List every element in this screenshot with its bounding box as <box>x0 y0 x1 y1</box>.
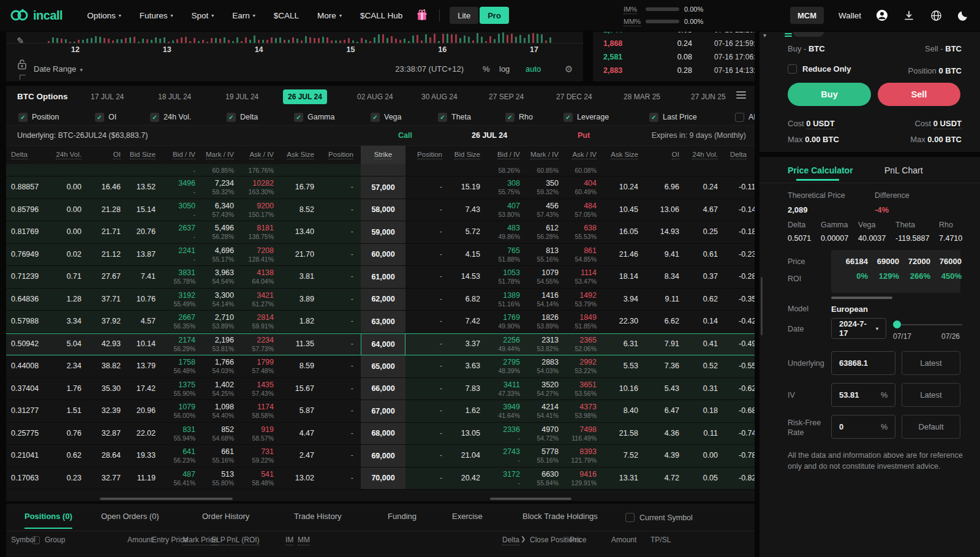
positions-col-amount[interactable]: Amount <box>127 536 153 544</box>
put-bid-iv[interactable]: 176949.90% <box>488 311 527 333</box>
put-bid-iv[interactable]: 30855.75% <box>488 176 527 199</box>
put-ask-iv[interactable]: 63855.53% <box>566 221 604 243</box>
checkbox[interactable]: ✓ <box>150 113 159 122</box>
date-range-selector[interactable]: Date Range▾ <box>34 64 83 74</box>
call-bid-iv[interactable]: 2637- <box>163 221 203 243</box>
positions-col-pnl-roi-[interactable]: PnL (ROI) <box>227 536 260 544</box>
expiry-tab-30-aug-24[interactable]: 30 AUG 24 <box>417 89 462 104</box>
put-bid-iv[interactable]: 3172- <box>488 468 527 490</box>
put-ask-iv[interactable]: 365153.56% <box>566 378 604 400</box>
group-checkbox[interactable] <box>32 536 40 544</box>
call-ask-iv[interactable]: 179957.48% <box>241 355 281 377</box>
checkbox[interactable]: ✓ <box>505 113 514 122</box>
call-bid-iv[interactable]: 175856.48% <box>163 355 203 377</box>
call-mark-iv[interactable]: 1,76654.03% <box>203 355 241 377</box>
call-bid-iv[interactable]: 266756.35% <box>163 311 203 333</box>
chart-settings-gear-icon[interactable]: ⚙ <box>565 64 573 75</box>
col-header-ask-iv[interactable]: Ask / IV <box>241 146 281 164</box>
filter-vega[interactable]: ✓Vega <box>371 110 402 124</box>
call-mark-iv[interactable]: 7,23459.32% <box>203 176 241 199</box>
put-bid-iv[interactable]: 40753.80% <box>488 199 527 221</box>
put-mark-iv[interactable]: 288354.03% <box>527 355 566 377</box>
trade-row[interactable]: 2,8830.2807-16 14:13:59 <box>593 66 755 78</box>
checkbox[interactable]: ✓ <box>227 113 236 122</box>
filter-oi[interactable]: ✓OI <box>95 110 116 124</box>
option-row-clipped[interactable]: -60.85%176.76%58.26%60.85%60.08% <box>6 164 755 176</box>
col-header-mark-iv[interactable]: Mark / IV <box>527 146 566 164</box>
download-app-icon[interactable] <box>903 9 915 21</box>
checkbox[interactable] <box>735 113 744 122</box>
dark-mode-moon-icon[interactable] <box>957 9 969 21</box>
col-header-bid-size[interactable]: Bid Size <box>128 146 163 164</box>
checkbox[interactable]: ✓ <box>294 113 303 122</box>
tab-pnl-chart[interactable]: PnL Chart <box>884 165 923 175</box>
put-mark-iv[interactable]: 577855.16% <box>527 445 566 467</box>
roi-table-scrollbar[interactable] <box>831 297 892 299</box>
col-header-24h-vol-[interactable]: 24h Vol. <box>42 146 89 164</box>
option-row-70,000[interactable]: 0.170630.2332.7711.1948756.41%51355.80%5… <box>6 468 755 490</box>
filter-delta[interactable]: ✓Delta <box>227 110 258 124</box>
put-bid-iv[interactable]: 138951.16% <box>488 289 527 311</box>
put-mark-iv[interactable]: 421454.41% <box>527 400 566 422</box>
col-header-delta[interactable]: Delta <box>6 146 42 164</box>
current-symbol-checkbox[interactable] <box>625 513 635 522</box>
put-bid-iv[interactable]: 58.26% <box>488 164 527 176</box>
call-mark-iv[interactable]: 4,69655.17% <box>203 244 241 266</box>
expiry-tab-17-jul-24[interactable]: 17 JUL 24 <box>86 89 129 104</box>
horizontal-scrollbar-call[interactable] <box>100 498 233 500</box>
bottom-tab-trade-history[interactable]: Trade History <box>294 512 342 528</box>
nav-item-more[interactable]: More▾ <box>317 11 342 20</box>
filter-last-price[interactable]: ✓Last Price <box>649 110 697 124</box>
mcm-button[interactable]: MCM <box>790 7 824 24</box>
call-mark-iv[interactable]: 5,49656.28% <box>203 221 241 243</box>
option-row-60,000[interactable]: 0.769490.0221.1213.872241-4,69655.17%720… <box>6 244 755 267</box>
put-ask-iv[interactable]: 437353.98% <box>566 400 604 422</box>
price-roi-column[interactable]: 72000266% <box>899 250 930 281</box>
bottom-tab-positions-0-[interactable]: Positions (0) <box>24 512 72 529</box>
call-bid-iv[interactable]: 48756.41% <box>163 468 203 490</box>
filter-leverage[interactable]: ✓Leverage <box>564 110 609 124</box>
col-header-oi[interactable]: OI <box>89 146 128 164</box>
put-ask-iv[interactable]: 236552.06% <box>566 334 604 355</box>
filter-gamma[interactable]: ✓Gamma <box>294 110 334 124</box>
col-header-delta[interactable]: Delta <box>725 146 755 164</box>
put-mark-iv[interactable]: 107954.55% <box>527 266 566 288</box>
chain-menu-icon[interactable] <box>736 91 746 99</box>
percent-scale-button[interactable]: % <box>483 64 490 74</box>
positions-col-amount[interactable]: Amount <box>611 536 636 544</box>
positions-col-mm[interactable]: MM <box>298 536 310 544</box>
call-bid-iv[interactable]: 319255.49% <box>163 289 203 311</box>
call-mark-iv[interactable]: 85254.68% <box>203 423 241 445</box>
current-symbol-filter[interactable]: Current Symbol <box>625 513 693 522</box>
call-ask-iv[interactable]: 281459.91% <box>241 311 281 333</box>
option-row-64,000[interactable]: 0.509425.0442.9310.14217456.29%2,19653.8… <box>6 333 755 356</box>
put-ask-iv[interactable]: 8393121.79% <box>566 445 604 467</box>
col-header-position[interactable]: Position <box>322 146 361 164</box>
buy-button[interactable]: Buy <box>788 83 871 106</box>
call-bid-iv[interactable]: 107956.00% <box>163 400 203 422</box>
put-mark-iv[interactable]: 231353.82% <box>527 334 566 355</box>
pro-mode-button[interactable]: Pro <box>480 7 509 24</box>
bottom-tab-open-orders-0-[interactable]: Open Orders (0) <box>101 512 159 528</box>
option-row-69,000[interactable]: 0.210410.6228.6419.3364156.23%66155.16%7… <box>6 445 755 468</box>
put-mark-iv[interactable]: 141654.14% <box>527 289 566 311</box>
language-globe-icon[interactable] <box>930 9 942 21</box>
call-bid-iv[interactable]: - <box>163 164 203 176</box>
nav-item-spot[interactable]: Spot▾ <box>191 11 214 20</box>
nav-item-futures[interactable]: Futures▾ <box>140 11 173 20</box>
put-mark-iv[interactable]: 182653.89% <box>527 311 566 333</box>
bottom-tab-exercise[interactable]: Exercise <box>452 512 483 528</box>
log-scale-button[interactable]: log <box>499 64 510 74</box>
put-mark-iv[interactable]: 81355.16% <box>527 244 566 266</box>
lite-mode-button[interactable]: Lite <box>450 7 478 24</box>
call-ask-iv[interactable]: 9200150.17% <box>241 199 281 221</box>
underlying-input[interactable]: 63868.1 <box>831 351 895 375</box>
put-mark-iv[interactable]: 352054.27% <box>527 378 566 400</box>
reduce-only-toggle[interactable]: Reduce Only <box>788 64 851 74</box>
call-mark-iv[interactable]: 6,34057.43% <box>203 199 241 221</box>
expiry-tab-28-mar-25[interactable]: 28 MAR 25 <box>619 89 665 104</box>
call-ask-iv[interactable]: 7208128.41% <box>241 244 281 266</box>
call-mark-iv[interactable]: 60.85% <box>203 164 241 176</box>
expiry-tab-27-dec-24[interactable]: 27 DEC 24 <box>551 89 597 104</box>
positions-col-delta[interactable]: Delta <box>502 536 519 544</box>
